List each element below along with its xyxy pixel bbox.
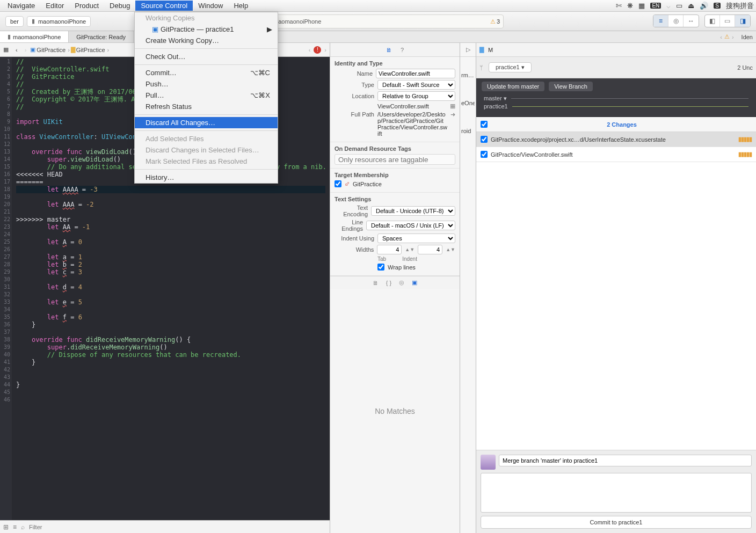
- peek-body: rm… eOne roid: [460, 57, 476, 533]
- branch-practice1-label[interactable]: practice1: [484, 103, 508, 109]
- menu-discard-all-changes[interactable]: Discard All Changes…: [135, 117, 278, 128]
- next-issue-button[interactable]: ›: [324, 47, 326, 53]
- encoding-select[interactable]: Default - Unicode (UTF-8): [371, 206, 455, 216]
- prev-issue-button[interactable]: ‹: [309, 47, 311, 53]
- wrap-lines-checkbox[interactable]: [377, 264, 384, 271]
- line-endings-select[interactable]: Default - macOS / Unix (LF): [366, 221, 455, 230]
- error-count-badge[interactable]: !: [314, 46, 321, 54]
- volume-icon[interactable]: 🔊: [700, 2, 708, 10]
- code-snippet-tab[interactable]: { }: [386, 280, 391, 286]
- related-items-button[interactable]: ▦: [0, 43, 12, 56]
- library-no-matches: No Matches: [330, 289, 460, 533]
- breadcrumb-project[interactable]: ▣GitPractice: [30, 46, 70, 53]
- filter-input[interactable]: [29, 524, 326, 530]
- location-select[interactable]: Relative to Group: [377, 91, 455, 101]
- editor-tab-bar: ▮maomaonoiPhone GitPractice: Ready ‹ ⚠ ›…: [0, 31, 756, 43]
- menu-repo-label: GitPractice — practice1: [161, 25, 234, 33]
- tab-caption: Tab: [377, 256, 386, 262]
- quick-help-tab[interactable]: ?: [401, 47, 404, 53]
- scheme-selector[interactable]: ber: [5, 16, 24, 27]
- folder-picker-icon[interactable]: ▦: [450, 103, 455, 109]
- menu-push[interactable]: Push…: [135, 78, 278, 90]
- change-bars-icon: ▮▮▮▮▮: [738, 151, 752, 158]
- menu-window[interactable]: Window: [193, 1, 228, 11]
- scissors-icon[interactable]: ✄: [616, 2, 622, 10]
- indent-using-select[interactable]: Spaces: [377, 233, 455, 243]
- nav-back-icon[interactable]: ‹: [720, 34, 722, 40]
- menu-separator: [135, 64, 278, 65]
- branch-icon[interactable]: ᛘ: [479, 64, 483, 71]
- toggle-utilities-button[interactable]: ◨: [735, 15, 750, 27]
- menu-debug[interactable]: Debug: [104, 1, 135, 11]
- view-branch-button[interactable]: View Branch: [549, 82, 593, 91]
- target-checkbox[interactable]: [335, 180, 341, 187]
- device-selector[interactable]: ▮maomaonoiPhone: [27, 16, 91, 27]
- tab-gitpractice[interactable]: GitPractice: Ready: [69, 31, 134, 42]
- relative-path: ViewController.swift: [377, 103, 447, 109]
- nav-fwd-icon[interactable]: ›: [732, 34, 734, 40]
- commit-description-field[interactable]: [481, 473, 752, 513]
- menu-editor[interactable]: Editor: [40, 1, 69, 11]
- assistant-editor-button[interactable]: ◎: [668, 15, 684, 27]
- menu-create-working-copy[interactable]: Create Working Copy…: [135, 35, 278, 46]
- tab-width-field[interactable]: [377, 245, 402, 254]
- filter-icon: ⌕: [21, 523, 25, 531]
- reveal-icon[interactable]: ➜: [450, 111, 455, 118]
- menu-refresh-status[interactable]: Refresh Status: [135, 101, 278, 112]
- menu-pull[interactable]: Pull…⌥⌘X: [135, 90, 278, 101]
- media-library-tab[interactable]: ▣: [412, 279, 417, 286]
- branch-master-label[interactable]: master ▾: [484, 95, 507, 102]
- changed-file-row[interactable]: GitPractice/ViewController.swift ▮▮▮▮▮: [476, 147, 756, 162]
- breadcrumb-folder[interactable]: ▇GitPractice: [71, 46, 110, 53]
- sogou-badge[interactable]: S: [714, 3, 721, 9]
- grid-view-icon[interactable]: ⊞: [3, 523, 9, 531]
- changed-file-row[interactable]: GitPractice.xcodeproj/project.xc…d/UserI…: [476, 132, 756, 147]
- file-template-tab[interactable]: 🗎: [373, 280, 379, 286]
- tab-maomaonoiphone[interactable]: ▮maomaonoiPhone: [0, 31, 69, 42]
- menu-product[interactable]: Product: [69, 1, 104, 11]
- menu-navigate[interactable]: Navigate: [2, 1, 40, 11]
- section-title: Target Membership: [335, 172, 455, 178]
- toggle-debug-button[interactable]: ▭: [720, 15, 735, 27]
- nav-fwd-button[interactable]: ›: [21, 43, 31, 56]
- menu-commit[interactable]: Commit…⌥⌘C: [135, 67, 278, 78]
- wechat-icon[interactable]: ❋: [627, 2, 633, 10]
- input-method-label[interactable]: 搜狗拼音: [726, 1, 754, 11]
- type-select[interactable]: Default - Swift Source: [377, 80, 455, 90]
- select-all-checkbox[interactable]: [481, 121, 488, 128]
- menu-add-selected-files: Add Selected Files: [135, 133, 278, 144]
- standard-editor-button[interactable]: ≡: [653, 15, 668, 27]
- menu-source-control[interactable]: Source Control: [135, 1, 193, 11]
- grid-icon[interactable]: ▦: [638, 2, 645, 10]
- folder-icon: ▇: [479, 46, 484, 53]
- warning-indicator[interactable]: ⚠3: [490, 18, 500, 25]
- menu-repo-item[interactable]: ▣GitPractice — practice1▶: [135, 24, 278, 35]
- commit-button[interactable]: Commit to practice1: [481, 516, 752, 529]
- inspector-tab-bar: 🗎 ?: [330, 43, 460, 57]
- branch-selector[interactable]: practice1 ▾: [489, 62, 532, 72]
- nav-back-button[interactable]: ‹: [12, 43, 21, 56]
- object-library-tab[interactable]: ◎: [399, 279, 404, 286]
- menubar: Navigate Editor Product Debug Source Con…: [0, 0, 756, 12]
- toggle-navigator-button[interactable]: ◧: [705, 15, 720, 27]
- display-icon[interactable]: ▭: [676, 2, 682, 10]
- commit-message-field[interactable]: [499, 455, 752, 466]
- update-from-master-button[interactable]: Update from master: [482, 82, 544, 91]
- wifi-icon[interactable]: ⌵: [666, 2, 671, 10]
- input-source-badge[interactable]: EN: [650, 3, 661, 9]
- name-field[interactable]: [376, 69, 455, 78]
- device-label: maomaonoiPhone: [38, 18, 86, 25]
- menu-history[interactable]: History…: [135, 172, 278, 183]
- file-checkbox[interactable]: [481, 136, 488, 143]
- indent-width-field[interactable]: [418, 245, 442, 254]
- version-editor-button[interactable]: ↔: [684, 15, 699, 27]
- file-checkbox[interactable]: [481, 151, 488, 158]
- menu-commit-shortcut: ⌥⌘C: [250, 69, 270, 77]
- menu-help[interactable]: Help: [228, 1, 253, 11]
- list-view-icon[interactable]: ≡: [13, 523, 17, 531]
- file-inspector-tab[interactable]: 🗎: [386, 47, 392, 53]
- menu-check-out[interactable]: Check Out…: [135, 51, 278, 62]
- eject-icon[interactable]: ⏏: [688, 2, 694, 10]
- warning-icon[interactable]: ⚠: [724, 33, 730, 40]
- tab-right-strip: ‹ ⚠ › Iden: [717, 31, 756, 42]
